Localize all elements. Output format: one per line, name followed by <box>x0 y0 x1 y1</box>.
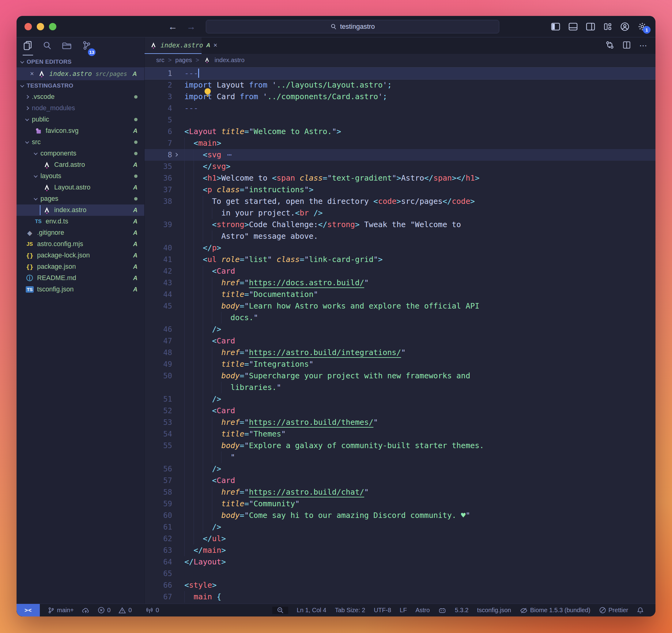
breadcrumb-item[interactable]: index.astro <box>215 57 245 64</box>
customize-layout-icon[interactable] <box>603 23 612 31</box>
toggle-secondary-sidebar-icon[interactable] <box>586 23 595 31</box>
folder-icon[interactable] <box>62 41 72 52</box>
open-editor-item[interactable]: × index.astro src/pages A <box>17 67 144 80</box>
status-item-biome-1-5-3-bundled-[interactable]: Biome 1.5.3 (bundled) <box>520 607 591 614</box>
code-line-wrap[interactable]: libraries." <box>145 382 655 393</box>
code-line-wrap[interactable]: Astro" message above. <box>145 230 655 242</box>
code-line-45[interactable]: 45body="Learn how Astro works and explor… <box>145 300 655 312</box>
open-changes-icon[interactable] <box>605 41 614 51</box>
close-editor-icon[interactable]: × <box>30 70 34 78</box>
code-line-58[interactable]: 58href="https://astro.build/chat/" <box>145 486 655 498</box>
status-item-lf[interactable]: LF <box>400 607 407 614</box>
status-item-prettier[interactable]: Prettier <box>599 607 628 614</box>
toggle-panel-icon[interactable] <box>569 23 578 31</box>
code-editor[interactable]: 1---2import Layout from '../layouts/Layo… <box>145 66 655 604</box>
tree-item-src[interactable]: src <box>17 136 144 148</box>
code-line-66[interactable]: 66<style> <box>145 579 655 591</box>
code-line-53[interactable]: 53href="https://astro.build/themes/" <box>145 416 655 428</box>
tab-index-astro[interactable]: index.astro A × <box>145 37 201 54</box>
code-line-54[interactable]: 54title="Themes" <box>145 428 655 440</box>
status-item-cloud-upload[interactable] <box>82 607 90 614</box>
code-line-42[interactable]: 42<Card <box>145 265 655 277</box>
tree-item-public[interactable]: public <box>17 114 144 125</box>
code-line-8[interactable]: 8<svg ⋯ <box>145 149 655 161</box>
code-line-64[interactable]: 64</Layout> <box>145 556 655 568</box>
code-line-52[interactable]: 52<Card <box>145 405 655 416</box>
status-item-robot[interactable] <box>438 607 446 614</box>
maximize-window-button[interactable] <box>49 23 56 30</box>
code-line-49[interactable]: 49title="Integrations" <box>145 358 655 370</box>
code-line-47[interactable]: 47<Card <box>145 335 655 347</box>
tree-item-index-astro[interactable]: index.astroA <box>17 204 144 216</box>
code-line-wrap[interactable]: in your project.<br /> <box>145 207 655 219</box>
breadcrumb[interactable]: src>pages> index.astro <box>145 54 655 66</box>
settings-gear-icon[interactable]: 1 <box>638 22 647 31</box>
code-line-60[interactable]: 60body="Come say hi to our amazing Disco… <box>145 510 655 521</box>
references-icon[interactable]: 13 <box>82 41 91 53</box>
search-icon[interactable] <box>43 41 52 53</box>
code-line-57[interactable]: 57<Card <box>145 475 655 486</box>
status-item-tsconfig-json[interactable]: tsconfig.json <box>477 607 511 614</box>
tree-item-package-lock-json[interactable]: {}package-lock.jsonA <box>17 250 144 261</box>
tree-item-favicon-svg[interactable]: favicon.svgA <box>17 125 144 136</box>
status-item-main-[interactable]: main+ <box>48 607 74 614</box>
forward-arrow-button[interactable]: → <box>187 21 196 32</box>
tree-item-readme-md[interactable]: ⓘREADME.mdA <box>17 273 144 284</box>
status-item-5-3-2[interactable]: 5.3.2 <box>455 607 468 614</box>
code-line-48[interactable]: 48href="https://astro.build/integrations… <box>145 347 655 358</box>
tree-item-package-json[interactable]: {}package.jsonA <box>17 261 144 273</box>
code-line-43[interactable]: 43href="https://docs.astro.build/" <box>145 277 655 289</box>
code-line-2[interactable]: 2import Layout from '../layouts/Layout.a… <box>145 79 655 91</box>
code-line-46[interactable]: 46/> <box>145 324 655 335</box>
code-line-38[interactable]: 38To get started, open the directory <co… <box>145 196 655 207</box>
explorer-icon[interactable] <box>23 41 32 53</box>
status-item-0[interactable]: 0 <box>119 607 132 614</box>
code-line-36[interactable]: 36<h1>Welcome to <span class="text-gradi… <box>145 172 655 184</box>
status-item-zoom-out[interactable] <box>272 607 288 614</box>
status-item-ln-1-col-4[interactable]: Ln 1, Col 4 <box>297 607 327 614</box>
status-item-tab-size-2[interactable]: Tab Size: 2 <box>335 607 365 614</box>
code-line-40[interactable]: 40</p> <box>145 242 655 254</box>
code-line-wrap[interactable]: " <box>145 452 655 463</box>
code-line-55[interactable]: 55body="Explore a galaxy of community-bu… <box>145 440 655 452</box>
code-line-3[interactable]: 3import Card from '../components/Card.as… <box>145 91 655 103</box>
code-line-59[interactable]: 59title="Community" <box>145 498 655 510</box>
status-item-0[interactable]: 0 <box>98 607 111 614</box>
breadcrumb-item[interactable]: src <box>156 57 165 64</box>
remote-indicator[interactable]: >< <box>17 604 40 616</box>
command-center-search[interactable]: testingastro <box>206 20 499 33</box>
code-line-63[interactable]: 63</main> <box>145 545 655 556</box>
tree-item--gitignore[interactable]: ◆.gitignoreA <box>17 227 144 238</box>
code-line-65[interactable]: 65 <box>145 568 655 579</box>
tree-item-env-d-ts[interactable]: TSenv.d.tsA <box>17 216 144 227</box>
code-line-61[interactable]: 61/> <box>145 521 655 533</box>
code-line-4[interactable]: 4--- <box>145 103 655 114</box>
back-arrow-button[interactable]: ← <box>168 21 177 32</box>
code-line-51[interactable]: 51/> <box>145 393 655 405</box>
open-editors-header[interactable]: OPEN EDITORS <box>17 56 144 67</box>
code-line-5[interactable]: 5 <box>145 114 655 126</box>
breadcrumb-item[interactable]: pages <box>175 57 192 64</box>
account-icon[interactable] <box>620 22 629 31</box>
tree-item-components[interactable]: components <box>17 148 144 159</box>
code-line-44[interactable]: 44title="Documentation" <box>145 289 655 300</box>
tree-item--vscode[interactable]: .vscode <box>17 91 144 103</box>
code-line-56[interactable]: 56/> <box>145 463 655 475</box>
status-item-bell[interactable] <box>637 607 644 614</box>
tree-item-tsconfig-json[interactable]: TStsconfig.jsonA <box>17 284 144 295</box>
tree-item-node-modules[interactable]: node_modules <box>17 103 144 114</box>
code-line-7[interactable]: 7<main> <box>145 137 655 149</box>
code-line-50[interactable]: 50body="Supercharge your project with ne… <box>145 370 655 382</box>
more-actions-icon[interactable]: ⋯ <box>639 41 648 51</box>
toggle-sidebar-icon[interactable] <box>551 23 560 31</box>
code-line-37[interactable]: 37<p class="instructions"> <box>145 184 655 196</box>
split-editor-icon[interactable] <box>623 41 631 50</box>
tree-item-pages[interactable]: pages <box>17 193 144 204</box>
status-item-utf-8[interactable]: UTF-8 <box>374 607 391 614</box>
tree-item-layouts[interactable]: layouts <box>17 171 144 182</box>
code-line-wrap[interactable]: docs." <box>145 312 655 324</box>
status-item-0[interactable]: 0 <box>146 607 159 614</box>
close-window-button[interactable] <box>24 23 32 30</box>
code-line-35[interactable]: 35</svg> <box>145 161 655 172</box>
tree-item-astro-config-mjs[interactable]: JSastro.config.mjsA <box>17 238 144 250</box>
